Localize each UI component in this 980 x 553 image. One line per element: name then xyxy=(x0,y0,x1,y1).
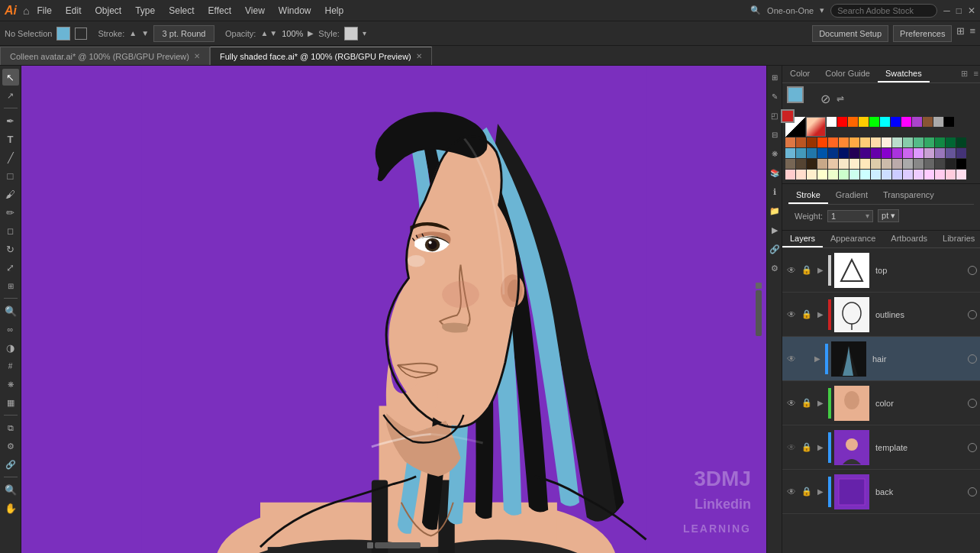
sr3-s13[interactable] xyxy=(914,159,924,169)
canvas-area[interactable]: 3DMJ Linkedin LEARNING xyxy=(21,66,766,553)
sr2-s12[interactable] xyxy=(903,148,913,158)
layer-hair-expand[interactable]: ▶ xyxy=(813,354,822,363)
sr1-s11[interactable] xyxy=(892,137,902,147)
sr4-s10[interactable] xyxy=(882,170,891,179)
sr2-s8[interactable] xyxy=(860,148,870,158)
red-swatch[interactable] xyxy=(837,117,847,127)
layer-back-expand[interactable]: ▶ xyxy=(816,487,825,496)
canvas-tool-pencil[interactable]: ✎ xyxy=(766,88,783,105)
sr2-s4[interactable] xyxy=(817,148,827,158)
layer-outlines[interactable]: 👁 🔒 ▶ outlines xyxy=(782,293,980,337)
tab-libraries[interactable]: Libraries xyxy=(935,231,980,247)
fill-color-swatch[interactable] xyxy=(56,27,70,40)
sr2-s3[interactable] xyxy=(807,148,817,158)
layer-outlines-target[interactable] xyxy=(968,310,977,319)
mesh-tool[interactable]: # xyxy=(2,357,19,374)
layer-top-target[interactable] xyxy=(968,266,977,275)
sr4-s13[interactable] xyxy=(914,170,924,179)
menu-edit[interactable]: Edit xyxy=(60,4,88,18)
tab-artboards[interactable]: Artboards xyxy=(883,231,935,247)
window-minimize-icon[interactable]: ─ xyxy=(943,5,950,16)
workspace-dropdown-icon[interactable]: ▾ xyxy=(820,5,824,15)
line-tool[interactable]: ╱ xyxy=(2,149,19,166)
pen-tool[interactable]: ✒ xyxy=(2,112,19,129)
zoom-tool[interactable]: 🔍 xyxy=(2,481,19,498)
hand-tool[interactable]: ✋ xyxy=(2,500,19,516)
opacity-arrow-icon[interactable]: ▶ xyxy=(308,29,314,37)
layer-color-target[interactable] xyxy=(968,399,977,408)
layer-outlines-eye[interactable]: 👁 xyxy=(785,309,798,320)
sr3-s1[interactable] xyxy=(785,159,795,169)
tab-appearance[interactable]: Appearance xyxy=(823,231,883,247)
sr3-s10[interactable] xyxy=(882,159,891,169)
paintbrush-tool[interactable]: 🖌 xyxy=(2,186,19,202)
tab-color[interactable]: Color xyxy=(782,66,817,82)
sr1-s17[interactable] xyxy=(956,137,966,147)
sr1-s10[interactable] xyxy=(882,137,891,147)
pencil-tool[interactable]: ✏ xyxy=(2,204,19,221)
canvas-tool-lib[interactable]: 📚 xyxy=(766,164,783,181)
rect-tool[interactable]: □ xyxy=(2,167,19,184)
weight-input[interactable]: 1 ▾ xyxy=(827,210,873,222)
sr1-s6[interactable] xyxy=(839,137,849,147)
tab-colleen-close[interactable]: ✕ xyxy=(194,52,200,60)
sr3-s15[interactable] xyxy=(935,159,945,169)
layer-top-expand[interactable]: ▶ xyxy=(816,266,825,274)
layer-top-lock[interactable]: 🔒 xyxy=(801,265,813,275)
layer-outlines-lock[interactable]: 🔒 xyxy=(801,309,813,319)
sr2-s17[interactable] xyxy=(956,148,966,158)
slice-tool[interactable]: ⚙ xyxy=(2,438,19,454)
sr4-s15[interactable] xyxy=(935,170,945,179)
yellow-swatch[interactable] xyxy=(859,117,869,127)
purple-swatch[interactable] xyxy=(912,117,922,127)
sr2-s6[interactable] xyxy=(839,148,849,158)
sr4-s2[interactable] xyxy=(796,170,806,179)
menu-view[interactable]: View xyxy=(239,4,271,18)
style-preview[interactable] xyxy=(344,27,358,40)
menu-select[interactable]: Select xyxy=(163,4,200,18)
horizontal-scrollbar[interactable] xyxy=(367,542,421,548)
white-swatch[interactable] xyxy=(827,117,837,127)
layer-template-eye[interactable]: 👁 xyxy=(785,442,798,453)
cyan-swatch[interactable] xyxy=(880,117,890,127)
sr3-s6[interactable] xyxy=(839,159,849,169)
graph-tool[interactable]: ▦ xyxy=(2,394,19,411)
sr1-s1[interactable] xyxy=(785,137,795,147)
sr4-s5[interactable] xyxy=(828,170,838,179)
swap-icon[interactable]: ⇌ xyxy=(837,93,844,104)
layer-color-lock[interactable]: 🔒 xyxy=(801,398,813,408)
sr2-s14[interactable] xyxy=(924,148,934,158)
layer-back-eye[interactable]: 👁 xyxy=(785,487,798,497)
sr3-s12[interactable] xyxy=(903,159,913,169)
sr4-s9[interactable] xyxy=(871,170,881,179)
tab-transparency[interactable]: Transparency xyxy=(875,187,942,204)
layer-template-target[interactable] xyxy=(968,443,977,452)
sr2-s5[interactable] xyxy=(828,148,838,158)
sr2-s15[interactable] xyxy=(935,148,945,158)
direct-selection-tool[interactable]: ↗ xyxy=(2,87,19,104)
sr2-s11[interactable] xyxy=(892,148,902,158)
menu-help[interactable]: Help xyxy=(319,4,350,18)
sr3-s11[interactable] xyxy=(892,159,902,169)
sr1-s15[interactable] xyxy=(935,137,945,147)
eyedropper-tool[interactable]: 🔍 xyxy=(2,302,19,319)
sr2-s10[interactable] xyxy=(882,148,891,158)
canvas-tool-folder[interactable]: 📁 xyxy=(766,202,783,219)
tab-face[interactable]: Fully shaded face.ai* @ 100% (RGB/GPU Pr… xyxy=(210,47,432,65)
sr1-s14[interactable] xyxy=(924,137,934,147)
sr1-s16[interactable] xyxy=(946,137,956,147)
sr4-s8[interactable] xyxy=(860,170,870,179)
layer-hair-target[interactable] xyxy=(968,354,977,364)
transform-tool[interactable]: ⊞ xyxy=(2,277,19,294)
special-swatch-2[interactable] xyxy=(806,117,826,137)
blend-tool[interactable]: ∞ xyxy=(2,321,19,338)
type-tool[interactable]: T xyxy=(2,131,19,147)
sr4-s7[interactable] xyxy=(849,170,859,179)
layer-color[interactable]: 👁 🔒 ▶ color xyxy=(782,381,980,425)
stroke-up-arrow[interactable]: ▲ xyxy=(129,29,137,37)
opacity-down-arrow[interactable]: ▼ xyxy=(269,29,277,37)
menu-file[interactable]: File xyxy=(31,4,57,18)
stroke-weight-display[interactable]: 3 pt. Round xyxy=(153,25,214,42)
sr4-s12[interactable] xyxy=(903,170,913,179)
arrange-icon[interactable]: ⊞ xyxy=(956,25,965,42)
